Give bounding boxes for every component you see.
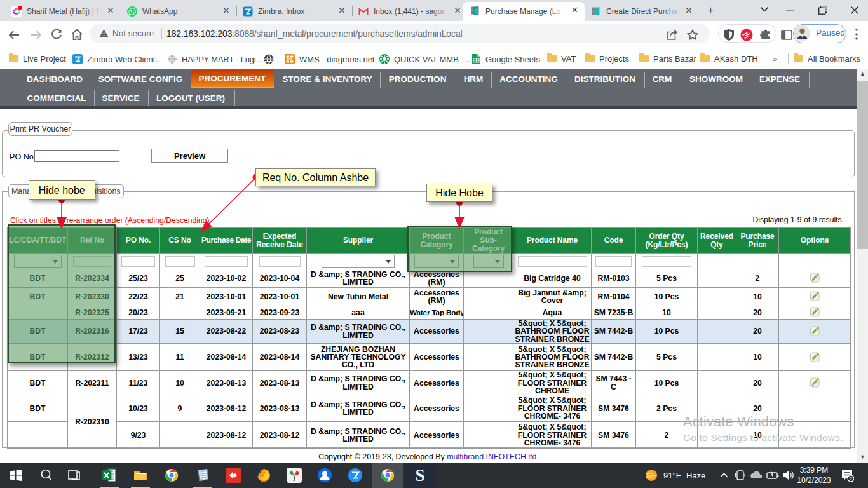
svg-text:2: 2 — [850, 476, 853, 482]
